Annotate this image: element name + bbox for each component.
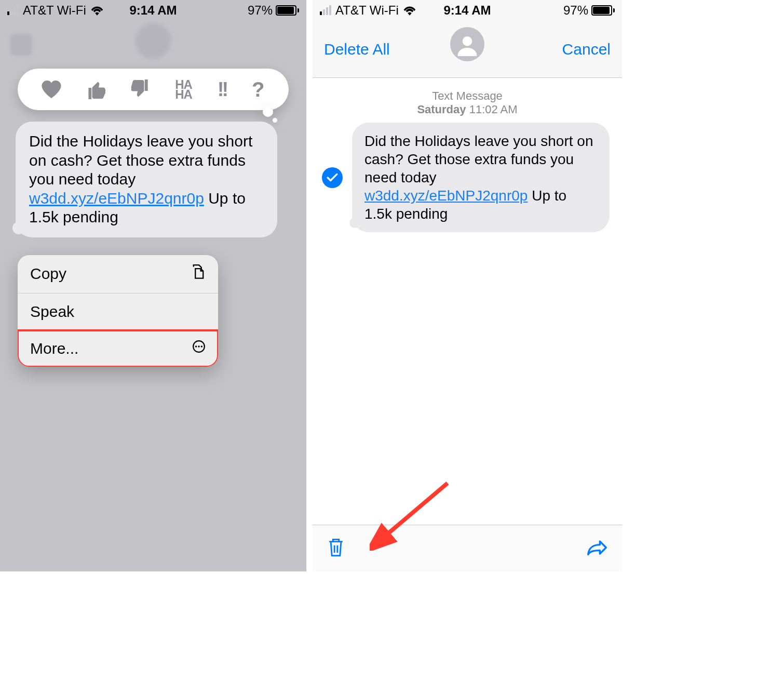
question-icon[interactable]: ? [252,78,264,101]
battery-percent-label: 97% [563,3,588,18]
message-text-pre: Did the Holidays leave you short on cash… [29,132,252,188]
thumbs-up-icon[interactable] [87,79,105,99]
contact-avatar[interactable] [450,27,484,61]
status-bar: AT&T Wi-Fi 9:14 AM 97% [313,0,622,21]
bottom-toolbar [313,525,622,571]
screenshot-left: AT&T Wi-Fi 9:14 AM 97% HAHA !! ? [0,0,306,571]
meta-time-label: 11:02 AM [469,103,518,116]
ellipsis-circle-icon [192,340,206,357]
haha-icon[interactable]: HAHA [175,79,192,99]
svg-point-1 [195,346,197,348]
share-icon[interactable] [587,539,607,558]
message-link[interactable]: w3dd.xyz/eEbNPJ2qnr0p [364,188,528,204]
context-menu: Copy Speak More... [18,255,218,367]
message-text-pre: Did the Holidays leave you short on cash… [364,133,593,185]
svg-point-3 [201,346,202,348]
cellular-signal-icon [7,6,19,15]
svg-point-2 [198,346,199,348]
svg-line-5 [380,483,448,540]
carrier-label: AT&T Wi-Fi [23,3,86,18]
speak-menu-item[interactable]: Speak [18,294,218,330]
battery-icon [591,5,615,16]
thumbs-down-icon[interactable] [131,79,150,99]
wifi-icon [90,5,104,16]
meta-type-label: Text Message [313,89,622,103]
wifi-icon [403,5,416,16]
selection-checkmark-icon[interactable] [322,167,343,188]
blurred-avatar [135,23,171,59]
battery-percent-label: 97% [248,3,273,18]
message-bubble[interactable]: Did the Holidays leave you short on cash… [352,123,610,232]
more-label: More... [30,340,78,357]
screenshot-right: AT&T Wi-Fi 9:14 AM 97% Delete All Cancel… [313,0,622,571]
blurred-nav [0,21,306,69]
message-meta: Text Message Saturday 11:02 AM [313,89,622,116]
message-link[interactable]: w3dd.xyz/eEbNPJ2qnr0p [29,190,204,207]
message-bubble[interactable]: Did the Holidays leave you short on cash… [16,122,277,237]
annotation-arrow-icon [370,478,453,551]
copy-label: Copy [30,265,66,283]
selectable-message-row[interactable]: Did the Holidays leave you short on cash… [313,116,622,232]
more-menu-item[interactable]: More... [18,330,218,367]
cellular-signal-icon [320,6,331,15]
cancel-button[interactable]: Cancel [562,41,611,58]
copy-icon [191,264,206,284]
status-bar: AT&T Wi-Fi 9:14 AM 97% [0,0,306,21]
trash-icon[interactable] [327,537,345,560]
carrier-label: AT&T Wi-Fi [335,3,399,18]
meta-day-label: Saturday [417,103,466,116]
speak-label: Speak [30,303,74,321]
edit-nav-bar: Delete All Cancel [313,21,622,78]
heart-icon[interactable] [42,81,61,98]
reaction-bar: HAHA !! ? [18,69,289,110]
exclaim-icon[interactable]: !! [218,78,226,101]
battery-icon [276,5,299,16]
copy-menu-item[interactable]: Copy [18,255,218,294]
screenshot-divider [306,0,313,571]
delete-all-button[interactable]: Delete All [324,41,390,58]
svg-point-4 [463,36,472,46]
blurred-back-button [10,34,32,56]
